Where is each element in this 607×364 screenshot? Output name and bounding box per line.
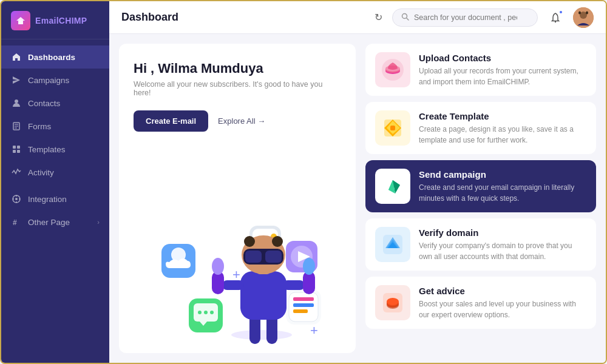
svg-rect-6 <box>17 146 20 149</box>
sidebar-item-integration[interactable]: Integration <box>1 187 109 211</box>
sidebar-item-campaigns[interactable]: Campaigns <box>1 69 109 92</box>
svg-text:+: + <box>310 323 318 338</box>
page-title: Dashboard <box>121 11 365 24</box>
welcome-actions: Create E-mail Explore All → <box>134 110 341 132</box>
svg-rect-29 <box>293 297 314 301</box>
contacts-icon <box>11 98 22 109</box>
svg-point-35 <box>204 311 208 314</box>
create-template-card[interactable]: Create Template Create a page, design it… <box>365 102 596 154</box>
sidebar-item-label: Contacts <box>28 99 60 108</box>
chevron-right-icon: › <box>97 218 100 226</box>
send-campaign-desc: Create and send your email campaign in l… <box>419 182 586 204</box>
svg-point-34 <box>198 311 202 314</box>
create-template-title: Create Template <box>419 111 586 121</box>
get-advice-title: Get advice <box>419 286 586 296</box>
search-input[interactable] <box>414 13 517 22</box>
sidebar-item-forms[interactable]: Forms <box>1 115 109 138</box>
sidebar-item-label: Forms <box>28 122 51 131</box>
send-campaign-text: Send campaign Create and send your email… <box>419 169 586 204</box>
sidebar-item-label: Integration <box>28 195 67 204</box>
logo-icon <box>11 11 30 30</box>
send-campaign-card[interactable]: Send campaign Create and send your email… <box>365 160 596 212</box>
svg-rect-7 <box>13 150 16 153</box>
content-area: Hi , Wilma Mumduya Welcome all your new … <box>109 34 606 363</box>
verify-domain-text: Verify domain Verify your company's doma… <box>419 228 586 262</box>
send-campaign-title: Send campaign <box>419 169 586 180</box>
template-icon-wrap <box>375 110 410 146</box>
upload-contacts-card[interactable]: Upload Contacts Upload all your records … <box>365 44 596 96</box>
sidebar: EmailCHIMP Dashboards Campaigns Contacts <box>1 1 109 364</box>
welcome-subtitle: Welcome all your new subscribers. It's g… <box>134 80 341 97</box>
sidebar-item-templates[interactable]: Templates <box>1 138 109 161</box>
explore-all-button[interactable]: Explore All → <box>218 116 265 126</box>
svg-text:+: + <box>232 267 240 282</box>
svg-point-17 <box>578 11 581 14</box>
svg-point-62 <box>244 236 255 247</box>
upload-contacts-desc: Upload all your records from your curren… <box>419 66 586 87</box>
forms-icon <box>11 121 22 132</box>
svg-rect-69 <box>390 126 395 130</box>
sidebar-item-contacts[interactable]: Contacts <box>1 92 109 115</box>
sidebar-item-other-page[interactable]: # Other Page › <box>1 211 109 234</box>
activity-icon <box>11 167 22 178</box>
domain-icon-wrap <box>375 227 410 262</box>
sidebar-item-label: Other Page <box>28 218 70 227</box>
upload-icon-wrap <box>375 52 410 87</box>
sidebar-item-label: Campaigns <box>28 76 69 85</box>
sidebar-item-label: Dashboards <box>28 53 75 62</box>
svg-point-63 <box>272 236 283 247</box>
create-template-desc: Create a page, design it as you like, sa… <box>419 124 586 146</box>
svg-point-18 <box>586 11 588 14</box>
send-icon <box>11 75 22 86</box>
verify-domain-title: Verify domain <box>419 228 586 238</box>
svg-rect-50 <box>240 271 287 320</box>
search-icon <box>401 13 409 22</box>
sidebar-item-dashboards[interactable]: Dashboards <box>1 46 109 69</box>
svg-point-0 <box>15 99 18 103</box>
campaign-icon-wrap <box>375 169 410 204</box>
home-icon <box>11 52 22 62</box>
svg-point-14 <box>555 21 556 22</box>
svg-rect-60 <box>245 251 262 263</box>
upload-contacts-text: Upload Contacts Upload all your records … <box>419 53 586 87</box>
create-template-text: Create Template Create a page, design it… <box>419 111 586 146</box>
svg-rect-54 <box>283 280 305 290</box>
sidebar-item-label: Templates <box>28 145 66 154</box>
refresh-button[interactable]: ↻ <box>372 9 385 25</box>
svg-point-53 <box>212 258 224 275</box>
templates-icon <box>11 144 22 155</box>
svg-point-47 <box>231 330 292 340</box>
svg-line-13 <box>407 18 409 20</box>
svg-rect-51 <box>222 280 244 290</box>
integration-icon <box>11 194 22 204</box>
advice-icon-wrap <box>375 285 410 320</box>
sidebar-item-label: Activity <box>28 168 54 177</box>
svg-point-56 <box>303 258 315 275</box>
upload-contacts-title: Upload Contacts <box>419 53 586 63</box>
svg-rect-8 <box>17 150 20 153</box>
user-avatar[interactable] <box>573 7 594 28</box>
svg-text:#: # <box>13 218 17 227</box>
logo-text: EmailCHIMP <box>35 16 87 25</box>
get-advice-card[interactable]: Get advice Boost your sales and level up… <box>365 277 596 329</box>
sidebar-logo[interactable]: EmailCHIMP <box>1 1 109 39</box>
header: Dashboard ↻ <box>109 1 606 34</box>
right-panel: Upload Contacts Upload all your records … <box>365 44 596 353</box>
search-bar[interactable] <box>392 8 538 27</box>
svg-point-79 <box>387 298 399 305</box>
svg-rect-5 <box>13 146 16 149</box>
main-area: Dashboard ↻ Hi , Wilma Mumduya <box>109 1 606 363</box>
notification-bell[interactable] <box>545 7 566 28</box>
welcome-illustration: + + + <box>134 138 341 353</box>
svg-rect-30 <box>293 303 314 307</box>
get-advice-desc: Boost your sales and level up your busin… <box>419 298 586 320</box>
svg-rect-31 <box>293 309 308 313</box>
get-advice-text: Get advice Boost your sales and level up… <box>419 286 586 320</box>
create-email-button[interactable]: Create E-mail <box>134 110 208 132</box>
welcome-card: Hi , Wilma Mumduya Welcome all your new … <box>119 44 356 353</box>
sidebar-item-activity[interactable]: Activity <box>1 161 109 184</box>
svg-rect-61 <box>265 251 282 263</box>
verify-domain-desc: Verify your company's domain to prove th… <box>419 240 586 262</box>
other-page-icon: # <box>11 217 22 228</box>
verify-domain-card[interactable]: Verify domain Verify your company's doma… <box>365 218 596 271</box>
